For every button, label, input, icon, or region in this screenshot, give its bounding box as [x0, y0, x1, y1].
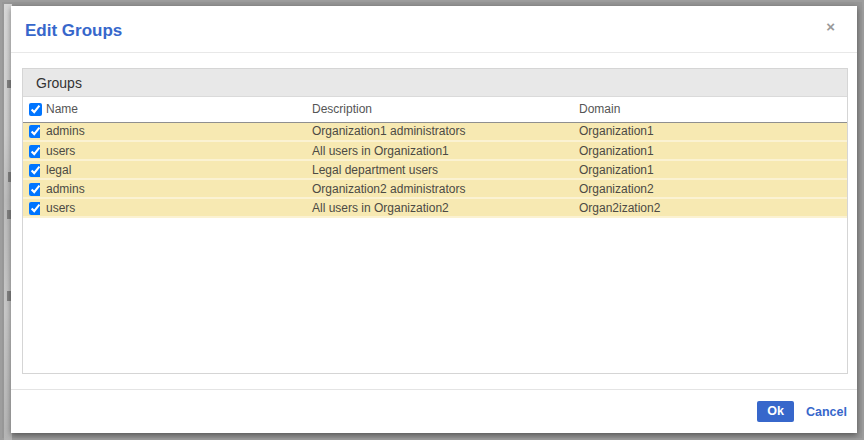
group-description-cell: Organization1 administrators: [306, 122, 573, 141]
row-checkbox[interactable]: [29, 183, 40, 196]
dialog-header: Edit Groups ×: [11, 6, 857, 53]
row-checkbox[interactable]: [29, 164, 40, 177]
groups-table: Name Description Domain adminsOrganizati…: [23, 97, 847, 218]
dialog-footer: Ok Cancel: [11, 389, 857, 433]
column-header-name[interactable]: Name: [40, 97, 306, 122]
group-domain-cell: Organization1: [573, 122, 847, 141]
group-domain-cell: Organ2ization2: [573, 198, 847, 217]
group-description-cell: All users in Organization1: [306, 141, 573, 160]
group-description-cell: Organization2 administrators: [306, 179, 573, 198]
group-name-cell: users: [40, 141, 306, 160]
group-name-cell: legal: [40, 160, 306, 179]
table-row[interactable]: usersAll users in Organization2Organ2iza…: [23, 198, 847, 217]
edit-groups-dialog: Edit Groups × Groups Name Description Do…: [11, 6, 857, 433]
dimmed-page-background: Edit Groups × Groups Name Description Do…: [0, 0, 864, 440]
groups-panel: Groups Name Description Domain adminsO: [22, 68, 848, 374]
group-description-cell: All users in Organization2: [306, 198, 573, 217]
row-checkbox[interactable]: [29, 125, 40, 138]
dialog-title: Edit Groups: [25, 21, 122, 41]
close-icon[interactable]: ×: [826, 19, 835, 34]
group-description-cell: Legal department users: [306, 160, 573, 179]
column-header-domain[interactable]: Domain: [573, 97, 847, 122]
group-name-cell: admins: [40, 179, 306, 198]
table-row[interactable]: usersAll users in Organization1Organizat…: [23, 141, 847, 160]
select-all-checkbox[interactable]: [29, 103, 42, 116]
cancel-button[interactable]: Cancel: [806, 405, 847, 419]
row-checkbox[interactable]: [29, 202, 40, 215]
group-domain-cell: Organization1: [573, 160, 847, 179]
table-header-row: Name Description Domain: [23, 97, 847, 122]
group-domain-cell: Organization1: [573, 141, 847, 160]
groups-panel-title: Groups: [23, 69, 847, 97]
table-row[interactable]: adminsOrganization1 administratorsOrgani…: [23, 122, 847, 141]
row-checkbox[interactable]: [29, 145, 40, 158]
table-row[interactable]: legalLegal department usersOrganization1: [23, 160, 847, 179]
group-name-cell: admins: [40, 122, 306, 141]
column-header-description[interactable]: Description: [306, 97, 573, 122]
table-row[interactable]: adminsOrganization2 administratorsOrgani…: [23, 179, 847, 198]
group-domain-cell: Organization2: [573, 179, 847, 198]
group-name-cell: users: [40, 198, 306, 217]
ok-button[interactable]: Ok: [757, 401, 794, 422]
